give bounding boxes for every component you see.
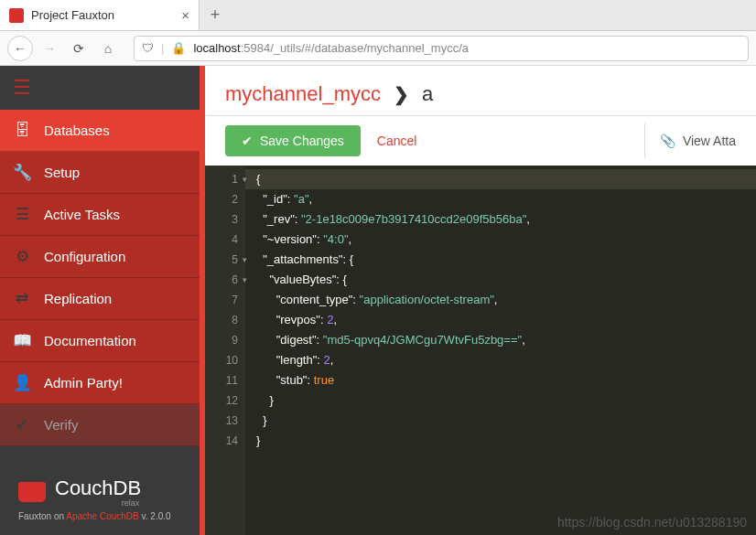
wrench-icon: 🔧: [13, 163, 31, 182]
sidebar-item-label: Databases: [44, 123, 110, 138]
user-icon: 👤: [13, 373, 31, 392]
json-editor[interactable]: 1234567891011121314 { "_id": "a", "_rev"…: [205, 166, 756, 535]
new-tab-button[interactable]: +: [200, 0, 231, 30]
tasks-icon: ☰: [13, 205, 31, 224]
sidebar-item-label: Configuration: [44, 249, 125, 264]
footer-version: Fauxton on Apache CouchDB v. 2.0.0: [18, 511, 181, 521]
sidebar-item-replication[interactable]: ⇄ Replication: [0, 278, 200, 320]
tab-title: Project Fauxton: [31, 8, 114, 22]
check-circle-icon: ✔: [242, 134, 253, 148]
paperclip-icon: 📎: [660, 134, 675, 148]
sidebar-item-label: Documentation: [44, 333, 136, 348]
url-host: localhost: [193, 41, 240, 55]
code-content[interactable]: { "_id": "a", "_rev": "2-1e18c009e7b3917…: [245, 166, 756, 535]
breadcrumb-doc: a: [422, 82, 433, 106]
sidebar-item-label: Active Tasks: [44, 207, 120, 222]
url-bar[interactable]: 🛡 | 🔒 localhost:5984/_utils/#/database/m…: [134, 36, 749, 61]
close-tab-icon[interactable]: ×: [181, 7, 189, 23]
url-path: :5984/_utils/#/database/mychannel_mycc/a: [241, 41, 469, 55]
database-icon: 🗄: [13, 122, 31, 140]
forward-button[interactable]: →: [37, 36, 62, 61]
breadcrumb: mychannel_mycc ❯ a: [205, 66, 756, 116]
sidebar-item-label: Replication: [44, 291, 112, 306]
logo-band: CouchDB relax Fauxton on Apache CouchDB …: [0, 469, 200, 535]
book-icon: 📖: [13, 331, 31, 350]
back-button[interactable]: ←: [7, 36, 33, 61]
sidebar-item-admin-party[interactable]: 👤 Admin Party!: [0, 362, 200, 404]
sidebar-item-setup[interactable]: 🔧 Setup: [0, 152, 200, 194]
browser-tab-bar: Project Fauxton × +: [0, 0, 756, 31]
line-gutter: 1234567891011121314: [205, 166, 245, 535]
logo-text: CouchDB: [55, 476, 141, 500]
favicon: [9, 8, 24, 23]
toolbar: ✔ Save Changes Cancel 📎 View Atta: [205, 116, 756, 166]
home-button[interactable]: ⌂: [95, 36, 121, 61]
sidebar-item-label: Admin Party!: [44, 375, 123, 391]
breadcrumb-database[interactable]: mychannel_mycc: [225, 82, 381, 106]
apache-couchdb-link[interactable]: Apache CouchDB: [66, 511, 139, 521]
browser-nav-bar: ← → ⟳ ⌂ 🛡 | 🔒 localhost:5984/_utils/#/da…: [0, 31, 756, 66]
lock-icon: 🔒: [171, 41, 186, 55]
sidebar: ☰ 🗄 Databases 🔧 Setup ☰ Active Tasks ⚙ C…: [0, 66, 200, 535]
replication-icon: ⇄: [13, 289, 31, 308]
hamburger-icon[interactable]: ☰: [0, 66, 200, 110]
gear-icon: ⚙: [13, 247, 31, 266]
chevron-right-icon: ❯: [394, 83, 409, 105]
sidebar-item-label: Setup: [44, 165, 80, 180]
sidebar-item-verify[interactable]: ✔ Verify: [0, 404, 200, 446]
shield-icon: 🛡: [142, 41, 154, 55]
view-attachments-button[interactable]: 📎 View Atta: [644, 123, 736, 158]
reload-button[interactable]: ⟳: [66, 36, 92, 61]
browser-tab[interactable]: Project Fauxton ×: [0, 0, 200, 30]
couchdb-icon: [18, 482, 46, 502]
save-button[interactable]: ✔ Save Changes: [225, 125, 361, 156]
sidebar-item-active-tasks[interactable]: ☰ Active Tasks: [0, 194, 200, 236]
sidebar-item-documentation[interactable]: 📖 Documentation: [0, 320, 200, 362]
sidebar-item-label: Verify: [44, 417, 79, 433]
sidebar-item-configuration[interactable]: ⚙ Configuration: [0, 236, 200, 278]
check-icon: ✔: [13, 415, 31, 434]
sidebar-item-databases[interactable]: 🗄 Databases: [0, 110, 200, 152]
cancel-link[interactable]: Cancel: [377, 134, 417, 148]
